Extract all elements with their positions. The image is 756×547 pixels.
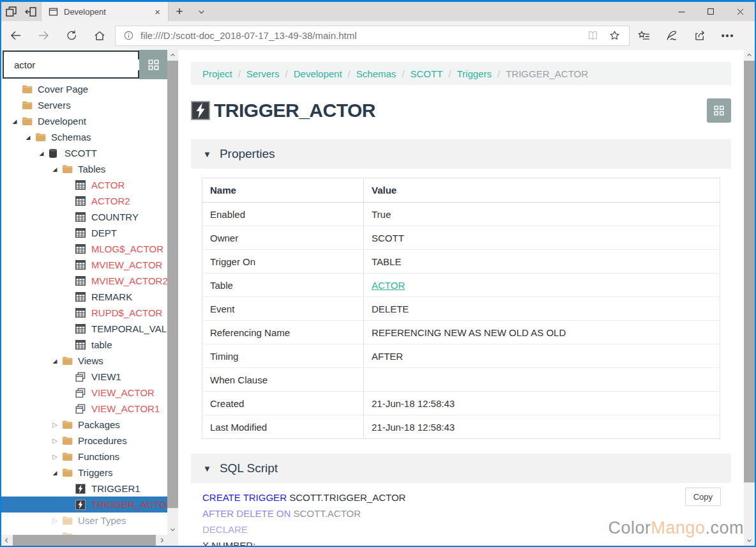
tree-item[interactable]: ▷User Types xyxy=(1,512,167,528)
table-link[interactable]: ACTOR xyxy=(372,280,405,291)
tree-item[interactable]: VIEW_ACTOR xyxy=(1,385,167,401)
tabs-set-aside-list-button[interactable] xyxy=(1,2,21,21)
property-value: 21-Jun-18 12:58:43 xyxy=(364,392,720,415)
expand-arrow-closed-icon[interactable]: ▷ xyxy=(48,421,62,428)
sql-section-header[interactable]: ▼ SQL Script xyxy=(191,454,731,483)
sidebar-grid-view-button[interactable] xyxy=(139,50,167,79)
window-minimize-button[interactable] xyxy=(667,2,696,21)
tree-item[interactable]: TRIGGER_ACTOR xyxy=(1,497,167,512)
vertical-scroll-thumb[interactable] xyxy=(744,61,755,482)
scroll-up-arrow[interactable] xyxy=(744,50,755,61)
sidebar-horizontal-scrollbar[interactable] xyxy=(1,535,167,546)
expand-arrow-open-icon[interactable]: ◢ xyxy=(8,118,22,125)
vertical-scroll-thumb[interactable] xyxy=(167,61,178,508)
tree-item-label: Procedures xyxy=(78,435,127,446)
page-title: TRIGGER_ACTOR xyxy=(214,100,375,121)
sidebar-vertical-scrollbar[interactable] xyxy=(167,50,178,546)
scroll-left-arrow[interactable] xyxy=(1,535,12,546)
window-close-button[interactable] xyxy=(725,2,755,21)
search-box: × xyxy=(3,50,139,79)
tree-item[interactable]: ▷Packages xyxy=(1,417,167,433)
tree-item[interactable]: RUPD$_ACTOR xyxy=(1,305,167,321)
search-input[interactable] xyxy=(14,59,141,70)
breadcrumb-link[interactable]: Servers xyxy=(246,68,280,79)
breadcrumb-link[interactable]: Project xyxy=(202,68,232,79)
table-icon xyxy=(75,212,87,222)
content-grid-view-button[interactable] xyxy=(707,98,731,123)
tree-item[interactable]: ◢Tables xyxy=(1,161,167,177)
tree-item[interactable]: ▷Functions xyxy=(1,449,167,465)
tree-item[interactable]: TRIGGER1 xyxy=(1,481,167,497)
tree-item[interactable]: MVIEW_ACTOR xyxy=(1,257,167,273)
expand-arrow-closed-icon[interactable]: ▷ xyxy=(48,453,62,460)
table-icon xyxy=(75,276,87,286)
new-tab-button[interactable]: + xyxy=(169,2,190,21)
property-value[interactable]: ACTOR xyxy=(364,274,720,297)
refresh-button[interactable] xyxy=(57,29,86,42)
expand-arrow-closed-icon[interactable]: ▷ xyxy=(48,517,62,524)
address-bar[interactable]: file:///D:/scott-doc_2018-07-17_13-49-38… xyxy=(115,26,630,46)
tree-item[interactable]: Cover Page xyxy=(1,81,167,97)
reading-view-button[interactable] xyxy=(582,29,603,42)
main-vertical-scrollbar[interactable] xyxy=(744,50,755,546)
expand-arrow-open-icon[interactable]: ◢ xyxy=(48,358,62,364)
web-note-button[interactable] xyxy=(658,29,686,42)
set-tabs-aside-button[interactable] xyxy=(21,2,41,21)
property-row: When Clause xyxy=(202,368,720,392)
properties-section-header[interactable]: ▼ Properties xyxy=(191,139,731,169)
folder-icon xyxy=(62,436,73,446)
tree-item[interactable]: ◢SCOTT xyxy=(1,145,167,161)
add-favorite-button[interactable] xyxy=(603,29,625,42)
expand-arrow-open-icon[interactable]: ◢ xyxy=(34,150,49,157)
tree-item[interactable]: ◢Schemas xyxy=(1,129,167,145)
expand-arrow-open-icon[interactable]: ◢ xyxy=(48,166,62,173)
expand-arrow-closed-icon[interactable]: ▷ xyxy=(48,437,62,444)
scroll-down-arrow[interactable] xyxy=(167,524,178,535)
breadcrumb-separator: / xyxy=(402,68,404,79)
tree-item-label: Cover Page xyxy=(38,84,88,95)
tree-item[interactable]: Servers xyxy=(1,97,167,113)
tree-item[interactable]: ▷Procedures xyxy=(1,433,167,449)
window-maximize-button[interactable] xyxy=(696,2,725,21)
scroll-right-arrow[interactable] xyxy=(156,535,167,546)
tree-item[interactable]: VIEW1 xyxy=(1,369,167,385)
scroll-down-arrow[interactable] xyxy=(744,535,755,546)
expand-arrow-open-icon[interactable]: ◢ xyxy=(48,470,62,476)
page-info-icon[interactable] xyxy=(123,30,134,41)
home-button[interactable] xyxy=(86,29,114,42)
hub-favorites-button[interactable] xyxy=(630,29,658,42)
tree-item[interactable] xyxy=(1,528,167,535)
breadcrumb-link[interactable]: SCOTT xyxy=(410,68,442,79)
tree-item[interactable]: MVIEW_ACTOR2 xyxy=(1,273,167,289)
breadcrumb-link[interactable]: Developent xyxy=(294,68,342,79)
breadcrumb-link[interactable]: Triggers xyxy=(457,68,492,79)
tree-item[interactable]: MLOG$_ACTOR xyxy=(1,241,167,257)
share-button[interactable] xyxy=(686,29,714,42)
tree-item[interactable]: TEMPORAL_VALIDITY xyxy=(1,321,167,337)
tab-close-button[interactable]: × xyxy=(152,6,163,17)
tab-preview-chevron-button[interactable] xyxy=(190,2,212,21)
folder-icon xyxy=(62,420,73,430)
tree-item[interactable]: ACTOR xyxy=(1,177,167,193)
expand-arrow-open-icon[interactable]: ◢ xyxy=(21,134,35,141)
browser-tab[interactable]: Developent × xyxy=(41,2,169,21)
tree-item[interactable]: table xyxy=(1,337,167,353)
tree-item[interactable]: DEPT xyxy=(1,225,167,241)
tree-item[interactable]: ◢Developent xyxy=(1,113,167,129)
tree-item[interactable]: ACTOR2 xyxy=(1,193,167,209)
tree-item[interactable]: ◢Triggers xyxy=(1,465,167,481)
back-button[interactable] xyxy=(1,29,29,42)
tree-item[interactable]: COUNTRY xyxy=(1,209,167,225)
scroll-up-arrow[interactable] xyxy=(167,50,178,61)
folder-icon xyxy=(62,164,73,174)
property-row: Trigger OnTABLE xyxy=(202,250,720,274)
copy-button[interactable]: Copy xyxy=(685,488,721,506)
url-text[interactable]: file:///D:/scott-doc_2018-07-17_13-49-38… xyxy=(140,30,582,41)
breadcrumb-link[interactable]: Schemas xyxy=(356,68,397,79)
horizontal-scroll-thumb[interactable] xyxy=(13,535,156,546)
tree-item[interactable]: VIEW_ACTOR1 xyxy=(1,401,167,417)
forward-button[interactable] xyxy=(29,29,57,42)
more-options-button[interactable]: ••• xyxy=(714,31,742,41)
tree-item[interactable]: ◢Views xyxy=(1,353,167,369)
tree-item[interactable]: REMARK xyxy=(1,289,167,305)
